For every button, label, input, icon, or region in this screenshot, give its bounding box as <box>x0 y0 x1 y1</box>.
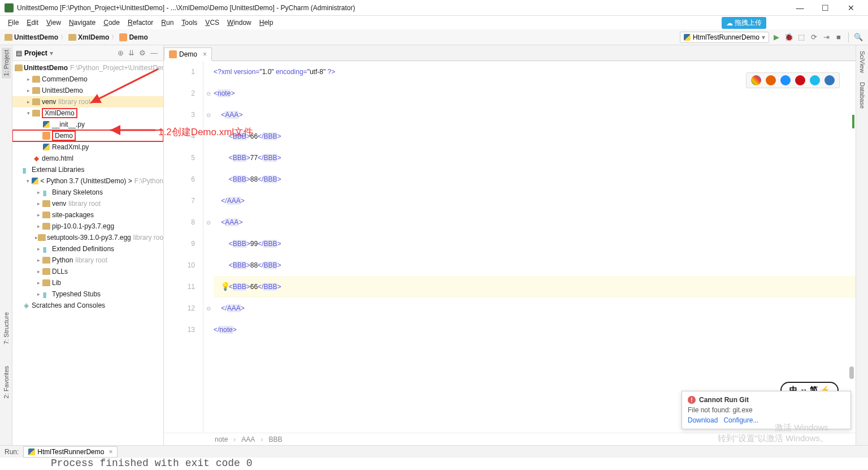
crumb-AAA[interactable]: AAA <box>241 435 255 443</box>
scroll-from-source-icon[interactable]: ⊕ <box>118 49 124 57</box>
intention-bulb-icon[interactable]: 💡 <box>220 282 230 291</box>
run-config-selector[interactable]: HtmlTestRunnerDemo ▾ <box>680 32 769 43</box>
project-tool-tab[interactable]: 1: Project <box>2 48 11 78</box>
run-output: Process finished with exit code 0 <box>0 458 868 470</box>
menu-run[interactable]: Run <box>158 18 177 28</box>
menu-tools[interactable]: Tools <box>178 18 201 28</box>
annotation-text: 1.2创建Demo.xml文件 <box>158 126 253 139</box>
menu-code[interactable]: Code <box>100 18 123 28</box>
debug-button[interactable]: 🐞 <box>784 32 794 42</box>
python-icon <box>684 34 691 41</box>
menu-edit[interactable]: Edit <box>23 18 42 28</box>
tree-item[interactable]: ▸setuptools-39.1.0-py3.7.egglibrary root <box>12 232 163 243</box>
close-tab-icon[interactable]: × <box>203 50 207 58</box>
tree-item[interactable]: ▸site-packages <box>12 209 163 221</box>
maximize-button[interactable]: ☐ <box>813 0 838 16</box>
editor-tab-bar: Demo × <box>164 45 856 61</box>
tree-item[interactable]: Demo <box>12 130 163 141</box>
menu-help[interactable]: Help <box>256 18 277 28</box>
edge-icon[interactable] <box>824 75 835 85</box>
close-button[interactable]: ✕ <box>838 0 863 16</box>
window-title: UnittestDemo [F:\Python_Project+\Unittes… <box>17 4 787 12</box>
chrome-icon[interactable] <box>751 75 761 85</box>
tree-item[interactable]: ▾XmlDemo <box>12 107 163 119</box>
chevron-down-icon: ▾ <box>762 33 765 41</box>
tree-item[interactable]: ▸Binary Skeletons <box>12 187 163 198</box>
profile-button[interactable]: ⟳ <box>809 32 819 42</box>
firefox-icon[interactable] <box>766 75 776 85</box>
tree-item[interactable]: ReadXml.py <box>12 141 163 153</box>
breadcrumb-item[interactable]: XmlDemo <box>68 33 109 41</box>
tree-item[interactable]: ▸pip-10.0.1-py3.7.egg <box>12 221 163 232</box>
fold-gutter[interactable]: ⊖⊖⊖⊖ <box>203 61 214 433</box>
menu-file[interactable]: File <box>5 18 22 28</box>
tree-item[interactable]: UnittestDemoF:\Python_Project+\UnittestD… <box>12 62 163 74</box>
coverage-button[interactable]: ⬚ <box>796 32 806 42</box>
inspection-indicator <box>852 115 854 128</box>
cloud-icon: ☁ <box>726 19 733 27</box>
code-content[interactable]: <?xml version="1.0" encoding="utf-8" ?><… <box>214 61 856 433</box>
tree-item[interactable]: ▸venvlibrary root <box>12 96 163 107</box>
project-tree[interactable]: UnittestDemoF:\Python_Project+\UnittestD… <box>12 61 163 445</box>
database-tool-tab[interactable]: Database <box>858 80 867 111</box>
windows-activation-watermark: 激活 Windows 转到"设置"以激活 Windows。 <box>718 422 828 444</box>
ie-icon[interactable] <box>810 75 820 85</box>
xml-file-icon <box>169 50 177 58</box>
menu-vcs[interactable]: VCS <box>202 18 223 28</box>
chevron-down-icon[interactable]: ▾ <box>50 49 53 57</box>
run-tab[interactable]: HtmlTestRunnerDemo × <box>23 446 118 458</box>
run-panel-header: Run: HtmlTestRunnerDemo × <box>0 445 868 458</box>
pycharm-icon <box>5 3 14 12</box>
collapse-all-icon[interactable]: ⇊ <box>128 49 134 57</box>
title-bar: UnittestDemo [F:\Python_Project+\Unittes… <box>0 0 868 16</box>
tree-item[interactable]: ▸Lib <box>12 277 163 288</box>
tree-item[interactable]: ▸Extended Definitions <box>12 243 163 255</box>
stop-button[interactable]: ■ <box>834 32 844 42</box>
project-view-icon: ▤ <box>16 49 22 57</box>
breadcrumb: UnittestDemo〉XmlDemo〉Demo <box>5 33 680 41</box>
left-tool-stripe: 1: Project 7: Structure 2: Favorites <box>0 45 12 445</box>
breadcrumb-item[interactable]: UnittestDemo <box>5 33 58 41</box>
menu-view[interactable]: View <box>43 18 64 28</box>
crumb-note[interactable]: note <box>215 435 228 443</box>
upload-badge[interactable]: ☁ 拖拽上传 <box>722 17 766 29</box>
opera-icon[interactable] <box>795 75 805 85</box>
safari-icon[interactable] <box>780 75 791 85</box>
tree-item[interactable]: ▸UnittestDemo <box>12 85 163 96</box>
menu-window[interactable]: Window <box>224 18 255 28</box>
right-tool-stripe: SciView Database <box>856 45 868 445</box>
download-link[interactable]: Download <box>688 416 718 424</box>
tree-item[interactable]: ▾< Python 3.7 (UnittestDemo) >F:\Python <box>12 175 163 187</box>
menu-refactor[interactable]: Refactor <box>124 18 157 28</box>
editor-tab-demo[interactable]: Demo × <box>164 48 212 61</box>
tree-item[interactable]: __init__.py <box>12 119 163 130</box>
tree-item[interactable]: ▸DLLs <box>12 266 163 277</box>
breadcrumb-item[interactable]: Demo <box>119 33 147 41</box>
close-icon[interactable]: × <box>108 448 112 456</box>
search-everywhere-button[interactable]: 🔍 <box>853 32 863 42</box>
structure-tool-tab[interactable]: 7: Structure <box>2 310 11 347</box>
gear-icon[interactable]: ⚙ <box>139 49 146 57</box>
sciview-tool-tab[interactable]: SciView <box>858 49 867 75</box>
run-button[interactable]: ▶ <box>771 32 782 42</box>
project-panel-header: ▤ Project ▾ ⊕ ⇊ ⚙ ― <box>12 45 163 61</box>
tree-item[interactable]: ▸CommenDemo <box>12 74 163 85</box>
crumb-BBB[interactable]: BBB <box>268 435 282 443</box>
hide-icon[interactable]: ― <box>150 49 158 57</box>
tree-item[interactable]: ▸Typeshed Stubs <box>12 288 163 300</box>
tree-item[interactable]: ◈Scratches and Consoles <box>12 300 163 311</box>
menu-navigate[interactable]: Navigate <box>66 18 99 28</box>
code-editor[interactable]: 12345678910111213 ⊖⊖⊖⊖ <?xml version="1.… <box>164 61 856 433</box>
favorites-tool-tab[interactable]: 2: Favorites <box>2 364 11 400</box>
scrollbar-thumb[interactable] <box>849 366 854 379</box>
navigation-bar: UnittestDemo〉XmlDemo〉Demo HtmlTestRunner… <box>0 29 868 45</box>
line-gutter: 12345678910111213 <box>164 61 203 433</box>
tree-item[interactable]: ▸Pythonlibrary root <box>12 255 163 266</box>
tree-item[interactable]: External Libraries <box>12 164 163 175</box>
error-icon: ! <box>688 396 696 404</box>
minimize-button[interactable]: ― <box>787 0 813 16</box>
tree-item[interactable]: ◆demo.html <box>12 153 163 164</box>
python-icon <box>28 449 35 455</box>
tree-item[interactable]: ▸venvlibrary root <box>12 198 163 209</box>
attach-button[interactable]: ⇥ <box>821 32 831 42</box>
